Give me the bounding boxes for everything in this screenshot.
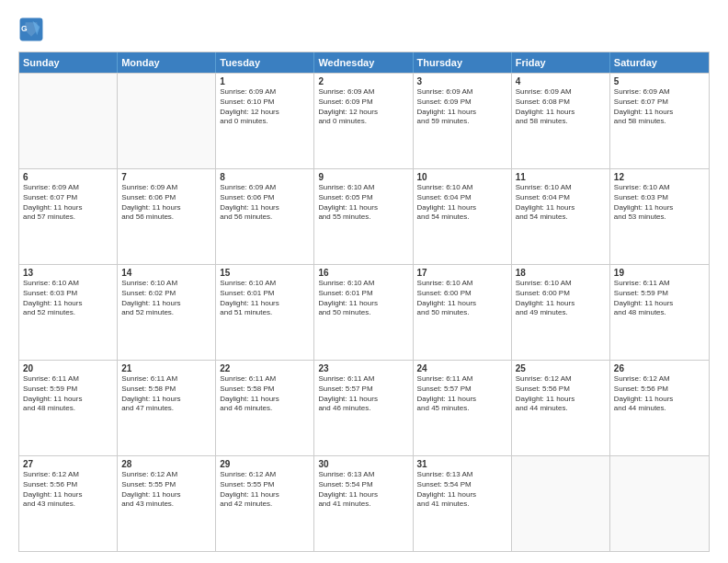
day-header-tuesday: Tuesday	[216, 52, 314, 73]
day-info: Sunrise: 6:09 AM Sunset: 6:08 PM Dayligh…	[516, 87, 606, 127]
day-cell-22: 22Sunrise: 6:11 AM Sunset: 5:58 PM Dayli…	[216, 361, 314, 455]
day-info: Sunrise: 6:09 AM Sunset: 6:07 PM Dayligh…	[23, 183, 113, 223]
day-cell-14: 14Sunrise: 6:10 AM Sunset: 6:02 PM Dayli…	[118, 265, 216, 360]
day-cell-5: 5Sunrise: 6:09 AM Sunset: 6:07 PM Daylig…	[610, 74, 709, 168]
day-cell-23: 23Sunrise: 6:11 AM Sunset: 5:57 PM Dayli…	[314, 361, 413, 455]
day-info: Sunrise: 6:12 AM Sunset: 5:55 PM Dayligh…	[121, 470, 211, 510]
day-info: Sunrise: 6:10 AM Sunset: 6:03 PM Dayligh…	[614, 183, 705, 223]
day-cell-18: 18Sunrise: 6:10 AM Sunset: 6:00 PM Dayli…	[512, 265, 610, 360]
day-cell-10: 10Sunrise: 6:10 AM Sunset: 6:04 PM Dayli…	[414, 169, 512, 264]
day-number: 11	[516, 172, 606, 182]
day-header-monday: Monday	[118, 52, 216, 73]
day-number: 7	[121, 172, 211, 182]
day-cell-15: 15Sunrise: 6:10 AM Sunset: 6:01 PM Dayli…	[216, 265, 314, 360]
day-cell-3: 3Sunrise: 6:09 AM Sunset: 6:09 PM Daylig…	[414, 74, 512, 168]
day-cell-31: 31Sunrise: 6:13 AM Sunset: 5:54 PM Dayli…	[414, 456, 512, 551]
day-number: 1	[220, 76, 310, 86]
day-number: 14	[121, 268, 211, 278]
day-info: Sunrise: 6:10 AM Sunset: 6:04 PM Dayligh…	[516, 183, 606, 223]
day-number: 4	[516, 76, 606, 86]
day-info: Sunrise: 6:11 AM Sunset: 5:58 PM Dayligh…	[220, 374, 310, 414]
logo-icon: G	[18, 17, 44, 42]
day-info: Sunrise: 6:12 AM Sunset: 5:56 PM Dayligh…	[23, 470, 113, 510]
calendar-week-3: 13Sunrise: 6:10 AM Sunset: 6:03 PM Dayli…	[19, 264, 709, 360]
day-cell-25: 25Sunrise: 6:12 AM Sunset: 5:56 PM Dayli…	[512, 361, 610, 455]
day-cell-21: 21Sunrise: 6:11 AM Sunset: 5:58 PM Dayli…	[118, 361, 216, 455]
empty-cell	[118, 74, 216, 168]
day-number: 26	[614, 363, 705, 373]
day-cell-30: 30Sunrise: 6:13 AM Sunset: 5:54 PM Dayli…	[314, 456, 413, 551]
day-number: 12	[614, 172, 705, 182]
day-cell-4: 4Sunrise: 6:09 AM Sunset: 6:08 PM Daylig…	[512, 74, 610, 168]
day-info: Sunrise: 6:09 AM Sunset: 6:07 PM Dayligh…	[614, 87, 705, 127]
day-info: Sunrise: 6:10 AM Sunset: 6:01 PM Dayligh…	[318, 279, 408, 318]
day-number: 6	[23, 172, 113, 182]
day-number: 30	[318, 459, 408, 469]
day-cell-2: 2Sunrise: 6:09 AM Sunset: 6:09 PM Daylig…	[314, 74, 413, 168]
day-cell-27: 27Sunrise: 6:12 AM Sunset: 5:56 PM Dayli…	[19, 456, 118, 551]
day-number: 16	[318, 268, 408, 278]
day-header-wednesday: Wednesday	[314, 52, 413, 73]
day-info: Sunrise: 6:09 AM Sunset: 6:06 PM Dayligh…	[220, 183, 310, 223]
empty-cell	[19, 74, 118, 168]
day-info: Sunrise: 6:09 AM Sunset: 6:10 PM Dayligh…	[220, 87, 310, 127]
calendar-week-4: 20Sunrise: 6:11 AM Sunset: 5:59 PM Dayli…	[19, 360, 709, 455]
day-cell-13: 13Sunrise: 6:10 AM Sunset: 6:03 PM Dayli…	[19, 265, 118, 360]
day-number: 31	[417, 459, 507, 469]
day-cell-7: 7Sunrise: 6:09 AM Sunset: 6:06 PM Daylig…	[118, 169, 216, 264]
day-info: Sunrise: 6:11 AM Sunset: 5:58 PM Dayligh…	[121, 374, 211, 414]
day-cell-12: 12Sunrise: 6:10 AM Sunset: 6:03 PM Dayli…	[610, 169, 709, 264]
header: G	[18, 17, 710, 42]
day-info: Sunrise: 6:09 AM Sunset: 6:09 PM Dayligh…	[318, 87, 408, 127]
calendar-header-row: SundayMondayTuesdayWednesdayThursdayFrid…	[19, 52, 709, 73]
day-info: Sunrise: 6:10 AM Sunset: 6:05 PM Dayligh…	[318, 183, 408, 223]
day-number: 15	[220, 268, 310, 278]
empty-cell	[610, 456, 709, 551]
day-info: Sunrise: 6:12 AM Sunset: 5:56 PM Dayligh…	[516, 374, 606, 414]
day-header-saturday: Saturday	[610, 52, 709, 73]
day-info: Sunrise: 6:12 AM Sunset: 5:56 PM Dayligh…	[614, 374, 705, 414]
day-info: Sunrise: 6:09 AM Sunset: 6:09 PM Dayligh…	[417, 87, 507, 127]
day-info: Sunrise: 6:11 AM Sunset: 5:59 PM Dayligh…	[23, 374, 113, 414]
day-number: 8	[220, 172, 310, 182]
calendar: SundayMondayTuesdayWednesdayThursdayFrid…	[18, 52, 710, 552]
calendar-week-5: 27Sunrise: 6:12 AM Sunset: 5:56 PM Dayli…	[19, 455, 709, 551]
calendar-week-2: 6Sunrise: 6:09 AM Sunset: 6:07 PM Daylig…	[19, 168, 709, 264]
day-info: Sunrise: 6:11 AM Sunset: 5:59 PM Dayligh…	[614, 279, 705, 318]
day-number: 13	[23, 268, 113, 278]
page: G SundayMondayTuesdayWednesdayThursdayFr…	[0, 0, 728, 563]
logo: G	[18, 17, 48, 42]
day-number: 10	[417, 172, 507, 182]
day-number: 22	[220, 363, 310, 373]
calendar-body: 1Sunrise: 6:09 AM Sunset: 6:10 PM Daylig…	[19, 73, 709, 551]
day-cell-8: 8Sunrise: 6:09 AM Sunset: 6:06 PM Daylig…	[216, 169, 314, 264]
day-number: 17	[417, 268, 507, 278]
day-number: 23	[318, 363, 408, 373]
day-cell-11: 11Sunrise: 6:10 AM Sunset: 6:04 PM Dayli…	[512, 169, 610, 264]
day-info: Sunrise: 6:11 AM Sunset: 5:57 PM Dayligh…	[318, 374, 408, 414]
day-number: 20	[23, 363, 113, 373]
day-cell-1: 1Sunrise: 6:09 AM Sunset: 6:10 PM Daylig…	[216, 74, 314, 168]
day-info: Sunrise: 6:09 AM Sunset: 6:06 PM Dayligh…	[121, 183, 211, 223]
empty-cell	[512, 456, 610, 551]
day-cell-24: 24Sunrise: 6:11 AM Sunset: 5:57 PM Dayli…	[414, 361, 512, 455]
day-info: Sunrise: 6:10 AM Sunset: 6:01 PM Dayligh…	[220, 279, 310, 318]
day-number: 24	[417, 363, 507, 373]
day-number: 3	[417, 76, 507, 86]
day-header-friday: Friday	[512, 52, 610, 73]
day-number: 9	[318, 172, 408, 182]
svg-text:G: G	[21, 24, 28, 33]
day-number: 21	[121, 363, 211, 373]
day-number: 19	[614, 268, 705, 278]
day-number: 18	[516, 268, 606, 278]
day-number: 2	[318, 76, 408, 86]
day-cell-17: 17Sunrise: 6:10 AM Sunset: 6:00 PM Dayli…	[414, 265, 512, 360]
day-cell-20: 20Sunrise: 6:11 AM Sunset: 5:59 PM Dayli…	[19, 361, 118, 455]
day-info: Sunrise: 6:10 AM Sunset: 6:00 PM Dayligh…	[516, 279, 606, 318]
day-info: Sunrise: 6:13 AM Sunset: 5:54 PM Dayligh…	[417, 470, 507, 510]
day-cell-28: 28Sunrise: 6:12 AM Sunset: 5:55 PM Dayli…	[118, 456, 216, 551]
day-number: 28	[121, 459, 211, 469]
day-cell-26: 26Sunrise: 6:12 AM Sunset: 5:56 PM Dayli…	[610, 361, 709, 455]
day-info: Sunrise: 6:13 AM Sunset: 5:54 PM Dayligh…	[318, 470, 408, 510]
day-info: Sunrise: 6:10 AM Sunset: 6:00 PM Dayligh…	[417, 279, 507, 318]
